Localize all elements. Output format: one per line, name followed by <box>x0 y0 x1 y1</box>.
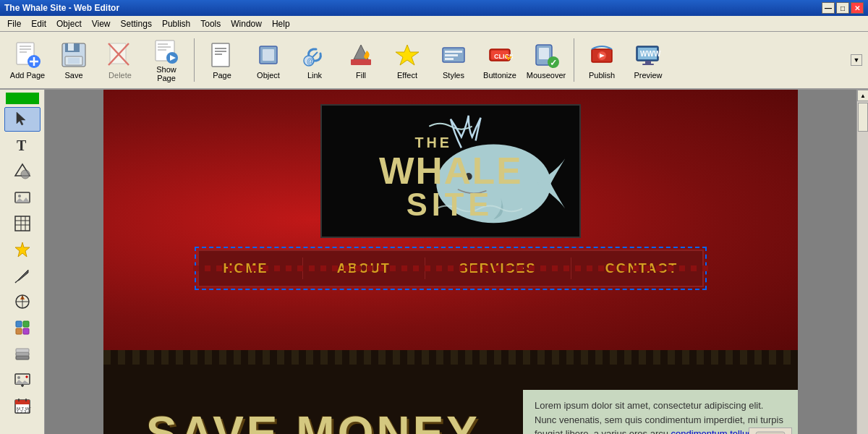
nav-about[interactable]: ABOUT <box>323 261 405 276</box>
page-icon-tb <box>208 41 237 69</box>
canvas-wrapper: THE WHALE SITE HOME ABOUT SERVICE <box>45 90 856 434</box>
text-tool[interactable]: T <box>4 133 41 158</box>
lorem-link[interactable]: condimentum tellus <box>671 428 752 434</box>
scrollbar-thumb[interactable] <box>858 103 868 132</box>
fill-icon <box>346 41 375 69</box>
pen-tool[interactable] <box>4 263 41 288</box>
effect-icon <box>393 41 422 69</box>
delete-button[interactable]: Delete <box>98 35 142 85</box>
svg-rect-92 <box>756 432 785 435</box>
add-page-button[interactable]: Add Page <box>6 35 49 85</box>
menu-view[interactable]: View <box>88 17 115 30</box>
scrollbar-up[interactable]: ▲ <box>857 90 868 101</box>
sidebar: T <box>0 90 45 434</box>
nav-sep-2 <box>425 258 425 279</box>
table-tool[interactable] <box>4 211 41 236</box>
scrollbar-track-space <box>857 133 868 434</box>
object-icon-tb <box>254 41 283 69</box>
menu-object[interactable]: Object <box>52 17 86 30</box>
menu-publish[interactable]: Publish <box>158 17 195 30</box>
edit-image-tool[interactable] <box>4 367 41 392</box>
fill-label: Fill <box>356 71 366 80</box>
svg-rect-81 <box>15 400 30 404</box>
svg-rect-74 <box>16 349 29 352</box>
svg-rect-35 <box>445 58 454 60</box>
svg-marker-50 <box>17 112 25 125</box>
svg-marker-56 <box>15 197 30 203</box>
svg-rect-26 <box>263 49 274 61</box>
toolbar-dropdown[interactable]: ▼ <box>851 54 862 66</box>
svg-rect-11 <box>68 58 80 64</box>
maximize-button[interactable]: □ <box>836 2 849 14</box>
menu-tools[interactable]: Tools <box>196 17 225 30</box>
svg-rect-9 <box>68 43 74 51</box>
nav-bar: HOME ABOUT SERVICES CONTACT <box>197 250 704 287</box>
menu-help[interactable]: Help <box>268 17 294 30</box>
menu-settings[interactable]: Settings <box>116 17 156 30</box>
layers-tool[interactable] <box>4 341 41 366</box>
preview-icon: WWW <box>634 41 663 69</box>
svg-rect-68 <box>16 321 22 327</box>
styles-label: Styles <box>443 71 464 80</box>
minimize-button[interactable]: — <box>822 2 835 14</box>
save-money-text: SAVE MONEY <box>146 410 480 434</box>
show-page-icon <box>152 38 181 64</box>
add-page-label: Add Page <box>10 71 45 80</box>
svg-rect-3 <box>20 51 27 53</box>
svg-rect-17 <box>158 46 171 48</box>
image-tool[interactable] <box>4 185 41 210</box>
color-indicator <box>6 93 39 104</box>
delete-label: Delete <box>109 71 132 80</box>
buttonize-icon: CLICK <box>485 41 514 69</box>
styles-icon <box>439 41 468 69</box>
svg-rect-33 <box>445 51 462 53</box>
calendar-tool[interactable]: M T W T F 1 2 3 4 5 <box>4 393 41 418</box>
svg-rect-69 <box>23 321 29 327</box>
fill-button[interactable]: Fill <box>339 35 383 85</box>
effect-tool[interactable] <box>4 237 41 262</box>
save-money-section: SAVE MONEY <box>103 390 523 434</box>
nav-services[interactable]: SERVICES <box>445 261 551 276</box>
mouseover-button[interactable]: ✓ Mouseover <box>524 35 568 85</box>
nav-contact[interactable]: CONTACT <box>591 261 693 276</box>
menu-file[interactable]: File <box>3 17 25 30</box>
preview-button[interactable]: WWW Preview <box>626 35 670 85</box>
menu-window[interactable]: Window <box>226 17 266 30</box>
svg-rect-23 <box>215 51 226 52</box>
titlebar-controls: — □ ✕ <box>822 2 864 14</box>
svg-rect-72 <box>16 356 29 359</box>
publish-button[interactable]: Publish <box>580 35 624 85</box>
svg-text:CLICK: CLICK <box>494 53 513 60</box>
nav-tool[interactable] <box>4 289 41 314</box>
menu-edit[interactable]: Edit <box>27 17 51 30</box>
svg-text:T: T <box>17 137 27 153</box>
svg-marker-77 <box>15 380 30 384</box>
effect-button[interactable]: Effect <box>386 35 429 85</box>
page-button[interactable]: Page <box>200 35 244 85</box>
svg-rect-22 <box>215 48 226 49</box>
separator-1 <box>194 38 195 82</box>
svg-marker-62 <box>15 242 30 257</box>
show-page-button[interactable]: Show Page <box>145 35 188 85</box>
select-tool[interactable] <box>4 107 41 132</box>
object-button[interactable]: Object <box>247 35 290 85</box>
publish-icon <box>587 41 616 69</box>
buttonize-button[interactable]: CLICK Buttonize <box>478 35 522 85</box>
svg-point-53 <box>21 170 30 179</box>
svg-rect-73 <box>16 352 29 356</box>
shape-tool[interactable] <box>4 159 41 184</box>
styles-button[interactable]: Styles <box>432 35 475 85</box>
website-canvas: THE WHALE SITE HOME ABOUT SERVICE <box>103 90 798 434</box>
grass-strip <box>103 350 798 390</box>
widget-tool[interactable] <box>4 315 41 340</box>
save-icon <box>59 41 88 69</box>
link-button[interactable]: @ Link <box>293 35 336 85</box>
nav-sep-1 <box>302 258 303 279</box>
svg-rect-34 <box>445 54 458 56</box>
nav-home[interactable]: HOME <box>209 261 283 276</box>
save-button[interactable]: Save <box>52 35 95 85</box>
main-area: T <box>0 90 868 434</box>
close-button[interactable]: ✕ <box>851 2 864 14</box>
toolbar-end: ▼ <box>851 54 862 66</box>
svg-line-63 <box>15 281 17 283</box>
